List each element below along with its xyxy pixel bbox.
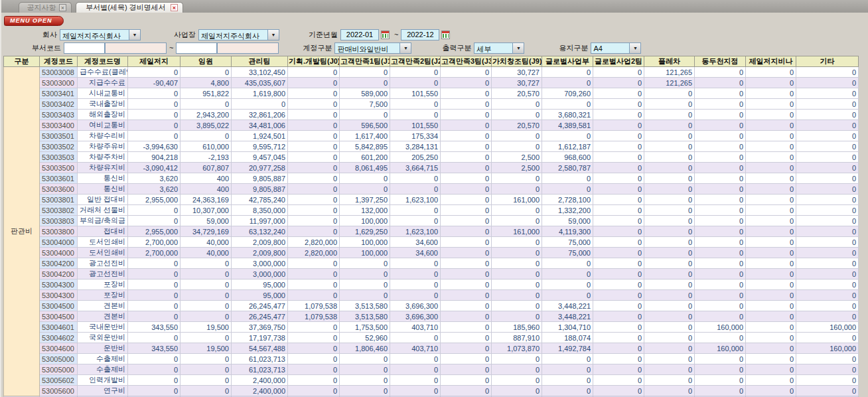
table-row[interactable]: 53004602국외운반비0017,197,738052,96000887,91… — [4, 333, 859, 343]
cell-amount: 0 — [644, 163, 695, 173]
cell-account-code: 53004000 — [40, 237, 78, 248]
table-row[interactable]: 53003600통신비3,6204009,805,88700000000000 — [4, 184, 859, 195]
table-row[interactable]: 53004500견본비0026,245,4771,079,5383,513,58… — [4, 301, 859, 311]
menu-open-button[interactable]: MENU OPEN — [4, 16, 64, 26]
table-row[interactable]: 53003800접대비2,955,00034,729,16963,132,240… — [4, 226, 859, 237]
cell-amount: 5,842,895 — [340, 141, 390, 152]
table-row[interactable]: 53004200광고선전비003,000,00000000000000 — [4, 269, 859, 279]
cell-amount: 0 — [128, 88, 181, 99]
cell-amount: 40,000 — [181, 248, 232, 258]
column-header: 플레차 — [644, 56, 695, 67]
table-row[interactable]: 53004601국내운반비343,55019,50037,369,75001,7… — [4, 322, 859, 333]
period-to-input[interactable] — [401, 29, 439, 40]
table-row[interactable]: 53005000수출제비0061,023,71300000000000 — [4, 354, 859, 364]
cell-amount: 0 — [128, 301, 181, 311]
cell-amount: 0 — [390, 67, 441, 78]
output-type-select[interactable]: 세부 ▼ — [474, 42, 524, 54]
table-row[interactable]: 53003401시내교통비0951,8221,619,8000589,00010… — [4, 88, 859, 99]
cell-amount: 0 — [796, 226, 859, 237]
account-type-select[interactable]: 판매비와일반비 ▼ — [334, 42, 411, 54]
table-row[interactable]: 53003801일반 접대비2,955,00024,363,16942,785,… — [4, 195, 859, 205]
table-row[interactable]: 53003503차량주차비904,218-2,1939,457,0450601,… — [4, 152, 859, 163]
cell-amount: 0 — [441, 110, 492, 120]
tab-expense-report[interactable]: 부서별(세목) 경비명세서 × — [76, 2, 183, 13]
table-row[interactable]: 53003501차량수리비001,924,50101,617,400175,33… — [4, 131, 859, 141]
table-row[interactable]: 53003400여비교통비03,895,02234,481,0060596,50… — [4, 120, 859, 131]
cell-amount: 0 — [492, 184, 542, 195]
cell-amount: 0 — [340, 67, 390, 78]
cell-amount: 1,079,538 — [288, 311, 340, 322]
cell-amount: 0 — [492, 301, 542, 311]
cell-amount: 0 — [288, 120, 340, 131]
table-row[interactable]: 53004500견본비0026,245,4771,079,5383,513,58… — [4, 311, 859, 322]
period-from-input[interactable] — [340, 29, 379, 40]
cell-amount: 0 — [441, 141, 492, 152]
cell-amount: 0 — [796, 364, 859, 375]
table-row[interactable]: 53004000도서인쇄비2,700,00040,0002,009,8002,8… — [4, 248, 859, 258]
cell-amount: 0 — [441, 386, 492, 396]
cell-amount: 161,000 — [492, 226, 542, 237]
table-row[interactable]: 53003802거래처 선물비010,307,0008,350,0000132,… — [4, 205, 859, 216]
table-row[interactable]: 판관비53003008급수수료(클레임)0033,102,450000030,7… — [4, 67, 859, 78]
cell-amount: 400 — [181, 173, 232, 184]
company-select[interactable]: 제일저지주식회사 ▼ — [60, 29, 141, 40]
table-row[interactable]: 53005000수출제비0061,023,71300000000000 — [4, 364, 859, 375]
dept-code-from-input[interactable] — [64, 42, 105, 54]
cell-account-name: 포장비 — [78, 279, 128, 290]
table-row[interactable]: 53003601통신비3,6204009,805,88700000000000 — [4, 173, 859, 184]
chevron-down-icon: ▼ — [629, 43, 640, 53]
cell-amount: 100,000 — [340, 216, 390, 226]
cell-amount: 0 — [796, 386, 859, 396]
cell-amount: 185,960 — [492, 322, 542, 333]
table-row[interactable]: 53003403해외출장비02,943,20032,861,206000003,… — [4, 110, 859, 120]
close-icon[interactable]: × — [59, 4, 66, 11]
cell-account-code: 53005602 — [40, 375, 78, 386]
table-row[interactable]: 53003402국내출장비00007,500000000000 — [4, 99, 859, 110]
cell-amount: 0 — [542, 78, 593, 88]
tab-bar: 공지사항 × 부서별(세목) 경비명세서 × — [1, 0, 868, 13]
paper-type-select[interactable]: A4 ▼ — [591, 42, 641, 54]
cell-account-name: 포장비 — [78, 290, 128, 301]
cell-amount: 1,492,784 — [542, 343, 593, 354]
cell-amount: 0 — [390, 173, 441, 184]
dept-name-to-input[interactable] — [217, 42, 279, 54]
calendar-icon[interactable] — [441, 31, 450, 39]
table-row[interactable]: 53004300포장비0095,00000000000000 — [4, 290, 859, 301]
cell-amount: 0 — [796, 311, 859, 322]
table-row[interactable]: 53003000지급수수료-90,4074,800435,035,6070000… — [4, 78, 859, 88]
cell-amount: 0 — [340, 364, 390, 375]
table-row[interactable]: 53004000도서인쇄비2,700,00040,0002,009,8002,8… — [4, 237, 859, 248]
cell-amount: 0 — [441, 279, 492, 290]
table-row[interactable]: 53004200광고선전비003,000,00000000000000 — [4, 258, 859, 269]
cell-amount: 0 — [695, 141, 746, 152]
calendar-icon[interactable] — [381, 31, 390, 39]
dept-code-to-input[interactable] — [176, 42, 217, 54]
cell-amount: 34,481,006 — [232, 120, 288, 131]
close-icon[interactable]: × — [171, 4, 178, 11]
site-select[interactable]: 제일저지주식회사 ▼ — [198, 29, 279, 40]
cell-amount: 0 — [181, 290, 232, 301]
table-row[interactable]: 53003502차량주유비-3,994,630610,0009,595,7120… — [4, 141, 859, 152]
table-row[interactable]: 53005600연구비002,400,00000000000000 — [4, 386, 859, 396]
table-row[interactable]: 53003500차량유지비-3,090,412607,80720,977,258… — [4, 163, 859, 173]
table-row[interactable]: 53005602인력개발비002,400,00000000000000 — [4, 375, 859, 386]
cell-amount: 0 — [390, 78, 441, 88]
cell-account-name: 수출제비 — [78, 364, 128, 375]
cell-account-name: 차량주차비 — [78, 152, 128, 163]
cell-amount: 4,119,300 — [542, 226, 593, 237]
dept-name-from-input[interactable] — [105, 42, 167, 54]
table-row[interactable]: 53003803부의금/축의금059,00011,997,0000100,000… — [4, 216, 859, 226]
table-row[interactable]: 53004600운반비343,55019,50054,567,48801,806… — [4, 343, 859, 354]
table-row[interactable]: 53004300포장비0095,00000000000000 — [4, 279, 859, 290]
cell-amount: 1,332,200 — [542, 205, 593, 216]
cell-amount: 2,955,000 — [128, 226, 181, 237]
cell-amount: 2,400,000 — [232, 375, 288, 386]
cell-amount: 0 — [593, 269, 644, 279]
tab-notice[interactable]: 공지사항 × — [19, 2, 72, 13]
cell-amount: 0 — [644, 173, 695, 184]
cell-amount: 4,389,581 — [542, 120, 593, 131]
cell-amount: 0 — [644, 364, 695, 375]
cell-amount: 0 — [746, 386, 796, 396]
cell-amount: 0 — [746, 333, 796, 343]
cell-account-name: 견본비 — [78, 301, 128, 311]
